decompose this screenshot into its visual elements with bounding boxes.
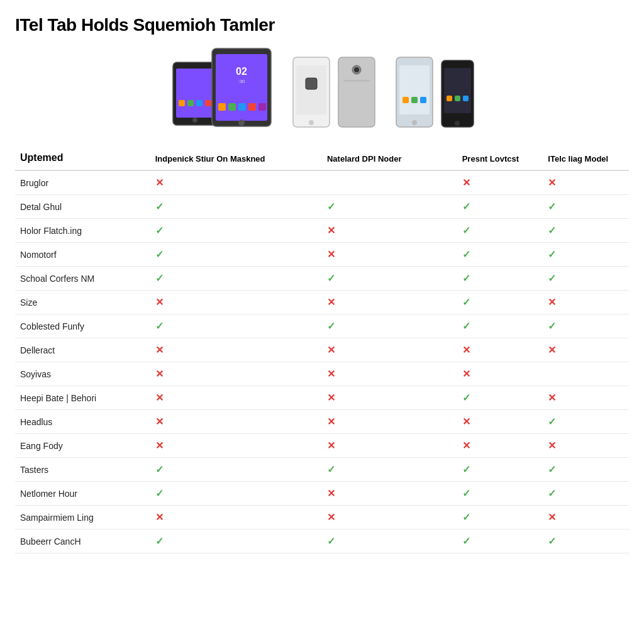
cross-cell: ✕ (150, 410, 322, 434)
check-icon: ✓ (462, 273, 470, 284)
cross-cell: ✕ (322, 410, 457, 434)
cross-cell: ✕ (457, 410, 543, 434)
cross-icon: ✕ (548, 297, 556, 308)
check-cell: ✓ (543, 458, 629, 482)
check-cell: ✓ (322, 458, 457, 482)
phone-front-icon (292, 56, 331, 128)
feature-cell: Soyivas (15, 362, 150, 386)
cross-icon: ✕ (462, 369, 470, 379)
check-cell: ✓ (150, 243, 322, 267)
svg-rect-3 (187, 100, 194, 106)
cross-icon: ✕ (327, 392, 335, 403)
table-row: Coblested Funfy✓✓✓✓ (15, 314, 629, 338)
svg-rect-33 (447, 96, 452, 101)
cross-icon: ✕ (327, 345, 335, 355)
feature-cell: Bubeerr CancH (15, 530, 150, 553)
check-cell: ✓ (322, 267, 457, 291)
check-cell: ✓ (150, 482, 322, 506)
check-cell: ✓ (457, 458, 543, 482)
feature-cell: Eang Fody (15, 434, 150, 458)
cross-cell: ✕ (543, 291, 629, 314)
feature-cell: Holor Flatch.ing (15, 219, 150, 243)
svg-point-16 (238, 119, 245, 126)
cross-icon: ✕ (327, 249, 335, 260)
cross-icon: ✕ (548, 345, 556, 355)
feature-cell: Bruglor (15, 170, 150, 195)
cross-cell: ✕ (457, 362, 543, 386)
svg-rect-27 (402, 97, 409, 103)
table-row: Heepi Bate | Behori✕✕✓✕ (15, 386, 629, 410)
cross-cell: ✕ (322, 386, 457, 410)
cross-icon: ✕ (155, 345, 164, 355)
table-row: Nomotorf✓✕✓✓ (15, 243, 629, 267)
svg-rect-34 (455, 96, 460, 101)
feature-cell: Heepi Bate | Behori (15, 386, 150, 410)
check-icon: ✓ (155, 201, 164, 212)
cross-icon: ✕ (548, 440, 556, 451)
col2-header: Natelard DPI Noder (322, 146, 457, 170)
check-cell: ✓ (322, 314, 457, 338)
check-icon: ✓ (155, 321, 164, 331)
cross-icon: ✕ (155, 392, 164, 403)
cross-cell: ✕ (150, 170, 322, 195)
table-row: Detal Ghul✓✓✓✓ (15, 195, 629, 219)
svg-rect-4 (196, 100, 203, 106)
check-icon: ✓ (327, 273, 335, 284)
feature-cell: Sampairmiem Ling (15, 506, 150, 530)
col4-header: ITelc Iiag Model (543, 146, 629, 170)
cross-cell: ✕ (150, 506, 322, 530)
check-cell: ✓ (150, 458, 322, 482)
feature-cell: Tasters (15, 458, 150, 482)
cross-icon: ✕ (462, 345, 470, 355)
check-icon: ✓ (548, 273, 556, 284)
svg-rect-26 (399, 65, 430, 114)
cross-cell: ✕ (322, 291, 457, 314)
cross-icon: ✕ (327, 440, 335, 451)
cross-cell: ✕ (322, 482, 457, 506)
check-cell: ✓ (457, 314, 543, 338)
check-cell: ✓ (322, 195, 457, 219)
cross-cell: ✕ (322, 338, 457, 362)
table-row: Eang Fody✕✕✕✕ (15, 434, 629, 458)
svg-rect-32 (444, 68, 471, 113)
cross-cell: ✕ (322, 243, 457, 267)
cross-cell: ✕ (322, 506, 457, 530)
check-icon: ✓ (462, 297, 470, 308)
comparison-table: Uptemed Indpenick Stiur On Maskned Natel… (15, 146, 629, 553)
check-icon: ✓ (155, 536, 164, 547)
svg-rect-35 (463, 96, 469, 101)
cross-icon: ✕ (327, 225, 335, 236)
devices-row: 02 :30 (15, 47, 629, 128)
check-cell: ✓ (543, 410, 629, 434)
empty-cell (543, 362, 629, 386)
check-icon: ✓ (462, 512, 470, 523)
table-header-row: Uptemed Indpenick Stiur On Maskned Natel… (15, 146, 629, 170)
cross-cell: ✕ (150, 362, 322, 386)
page-title: ITel Tab Holds Squemioh Tamler (15, 15, 629, 35)
svg-rect-24 (343, 80, 370, 82)
check-icon: ✓ (155, 464, 164, 475)
check-cell: ✓ (457, 243, 543, 267)
check-icon: ✓ (462, 201, 470, 212)
check-icon: ✓ (155, 488, 164, 499)
check-icon: ✓ (462, 488, 470, 499)
svg-point-6 (192, 118, 197, 123)
svg-rect-2 (179, 100, 185, 106)
feature-cell: Delleract (15, 338, 150, 362)
table-row: Netlomer Hour✓✕✓✓ (15, 482, 629, 506)
feature-cell: Coblested Funfy (15, 314, 150, 338)
svg-point-36 (455, 121, 460, 126)
cross-cell: ✕ (543, 170, 629, 195)
svg-rect-18 (296, 65, 326, 114)
feature-cell: Nomotorf (15, 243, 150, 267)
cross-cell: ✕ (322, 362, 457, 386)
feature-cell: Schoal Corfers NM (15, 267, 150, 291)
check-icon: ✓ (462, 392, 470, 403)
cross-cell: ✕ (150, 386, 322, 410)
check-icon: ✓ (327, 201, 335, 212)
check-cell: ✓ (543, 243, 629, 267)
feature-cell: Headlus (15, 410, 150, 434)
svg-point-23 (354, 67, 359, 72)
check-cell: ✓ (457, 219, 543, 243)
check-cell: ✓ (457, 291, 543, 314)
